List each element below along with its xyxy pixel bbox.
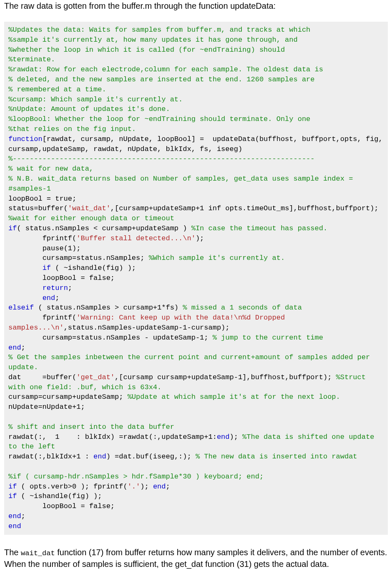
code-segment: %---------------------------------------… (8, 155, 315, 163)
code-segment: 'get_dat' (76, 373, 115, 381)
code-segment: % missed a 1 seconds of data (183, 304, 302, 312)
code-segment: ) =dat.buf(iseeg,:); (106, 453, 196, 461)
code-segment: %cursamp: Which sample it's currently at… (8, 96, 183, 103)
code-segment: %sample it's currently at, how many upda… (8, 36, 298, 44)
code-segment: pause(1); (8, 244, 80, 252)
code-segment: ( ~ishandle(fig) ); (51, 264, 136, 272)
code-segment (8, 294, 43, 302)
code-segment: %wait for either enough data or timeout (8, 214, 174, 222)
code-segment: ); (196, 234, 204, 242)
code-segment: dat =buffer( (8, 373, 76, 381)
code-segment (8, 284, 43, 292)
code-segment: loopBool = true; (8, 195, 76, 203)
code-segment: end (8, 344, 21, 352)
code-segment: end (93, 453, 106, 461)
code-segment: % Get the samples inbetween the current … (8, 353, 374, 371)
code-segment: rawdat(:, 1 : blkIdx) =rawdat(:,updateSa… (8, 433, 217, 441)
code-segment: if (8, 483, 17, 491)
code-segment: ( status.nSamples > cursamp+1*fs) (34, 304, 183, 312)
code-segment: %Updates the data: Waits for samples fro… (8, 26, 310, 34)
code-segment: cursamp=status.nSamples - updateSamp-1; (8, 334, 213, 342)
code-segment: % remembered at a time. (8, 86, 106, 93)
code-segment: %if ( cursamp-hdr.nSamples > hdr.fSample… (8, 473, 264, 481)
code-segment: function (8, 135, 43, 143)
code-segment: end (153, 483, 166, 491)
code-segment: end (43, 294, 55, 302)
code-segment: %nUpdate: Amount of updates it's done. (8, 105, 170, 113)
code-segment: elseif (8, 304, 34, 312)
code-segment: ; (21, 344, 25, 352)
outro-paragraph-1: The wait_dat function (17) from buffer r… (4, 546, 388, 570)
code-segment (8, 264, 43, 272)
code-segment: % shift and insert into the data buffer (8, 423, 174, 431)
code-segment: ,[cursamp cursamp+updateSamp-1],buffhost… (115, 373, 336, 381)
code-segment: % The new data is inserted into rawdat (196, 453, 357, 461)
code-segment: end (8, 522, 21, 530)
code-segment: %In case the timeout has passed. (191, 224, 327, 232)
code-segment: %that relies on the fig input. (8, 125, 136, 133)
code-segment: ( status.nSamples < cursamp+updateSamp ) (17, 224, 191, 232)
code-segment: %Update at which sample it's at for the … (128, 393, 340, 401)
code-segment: if (43, 264, 51, 272)
code-segment: ; (21, 512, 25, 520)
code-segment: cursamp=cursamp+updateSamp; (8, 393, 128, 401)
code-segment: cursamp=status.nSamples; (8, 254, 149, 262)
code-segment: ( opts.verb>0 ); fprintf( (17, 483, 127, 491)
code-segment: end (8, 512, 21, 520)
outro-p1-b: function (17) from buffer returns how ma… (4, 548, 387, 569)
code-block: %Updates the data: Waits for samples fro… (4, 22, 388, 535)
code-segment: loopBool = false; (8, 274, 115, 282)
code-segment: '.' (128, 483, 141, 491)
code-segment: 'Buffer stall detected...\n' (76, 234, 196, 242)
intro-paragraph: The raw data is gotten from the buffer.m… (4, 0, 388, 12)
code-segment: %whether the loop in which it is called … (8, 46, 285, 54)
code-segment: nUpdate=nUpdate+1; (8, 403, 85, 411)
code-segment: ); (140, 483, 153, 491)
outro-p1-a: The (4, 548, 21, 557)
code-segment: ,[cursamp+updateSamp+1 inf opts.timeOut_… (111, 204, 383, 212)
code-segment: ; (68, 284, 72, 292)
code-segment: [rawdat, cursamp, nUpdate, loopBool] = u… (8, 135, 387, 153)
code-segment: end (217, 433, 230, 441)
code-segment: %Which sample it's currently at. (149, 254, 285, 262)
code-segment: return (43, 284, 68, 292)
inline-code-wait-dat: wait_dat (21, 549, 55, 557)
code-segment: loopBool = false; (8, 502, 115, 510)
code-segment: % jump to the current time (213, 334, 323, 342)
code-segment: fprintf( (8, 314, 76, 322)
code-segment: %rawdat: Row for each electrode,column f… (8, 65, 323, 73)
code-segment: ); (230, 433, 243, 441)
code-segment: %loopBool: Whether the loop for ~endTrai… (8, 115, 310, 123)
code-segment: status=buffer( (8, 204, 68, 212)
code-segment: if (8, 492, 17, 500)
code-segment: if (8, 224, 17, 232)
code-segment: % deleted, and the new samples are inser… (8, 76, 315, 83)
code-segment: %terminate. (8, 55, 55, 63)
code-segment: ( ~ishandle(fig) ); (17, 492, 102, 500)
code-segment: ,status.nSamples-updateSamp-1-cursamp); (64, 324, 230, 332)
code-segment: 'wait_dat' (68, 204, 111, 212)
code-segment: ; (55, 294, 59, 302)
code-segment: % N.B. wait_data returns based on Number… (8, 175, 357, 193)
code-segment: rawdat(:,blkIdx+1 : (8, 453, 93, 461)
code-segment: ; (166, 483, 170, 491)
code-segment: fprintf( (8, 234, 76, 242)
code-segment: % wait for new data, (8, 165, 93, 173)
